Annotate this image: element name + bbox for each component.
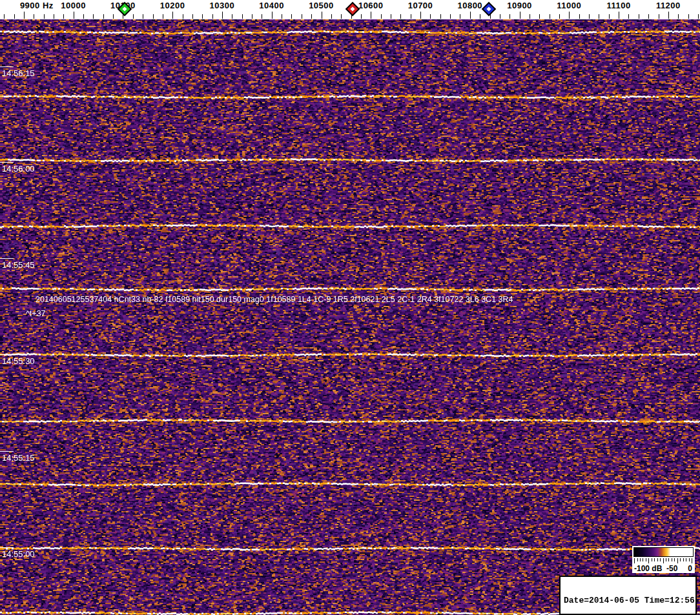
freq-minor-tick: [133, 14, 134, 19]
freq-minor-tick: [311, 14, 312, 19]
freq-minor-tick: [242, 14, 243, 19]
freq-major-tick: [272, 12, 273, 19]
time-label: 14:55:00: [2, 549, 35, 559]
freq-minor-tick: [639, 14, 639, 19]
time-tick: [0, 547, 14, 548]
colorbar-tick: [646, 558, 646, 561]
detection-marker-text: ^t+37: [26, 309, 46, 318]
freq-axis-label: 10000: [61, 1, 86, 10]
freq-minor-tick: [579, 14, 580, 19]
colorbar-min-label: -100 dB: [634, 564, 662, 573]
freq-minor-tick: [143, 14, 143, 19]
spectrogram-app: 9900 Hz100001010010200103001040010500106…: [0, 0, 700, 615]
freq-minor-tick: [381, 14, 382, 19]
freq-major-tick: [371, 12, 371, 19]
colorbar-tick: [637, 558, 638, 561]
freq-major-tick: [520, 12, 520, 19]
freq-minor-tick: [400, 14, 401, 19]
colorbar-tick: [643, 558, 643, 561]
freq-minor-tick: [411, 14, 411, 19]
freq-axis-label: 11200: [656, 1, 681, 10]
freq-minor-tick: [589, 14, 590, 19]
freq-major-tick: [172, 12, 173, 19]
freq-minor-tick: [34, 14, 34, 19]
freq-axis-label: 10200: [160, 1, 185, 10]
freq-minor-tick: [688, 14, 689, 19]
time-tick: [0, 354, 14, 355]
freq-minor-tick: [480, 14, 480, 19]
colorbar-gradient: [633, 547, 694, 557]
time-label: 14:56:00: [2, 164, 35, 174]
freq-minor-tick: [331, 14, 332, 19]
freq-minor-tick: [93, 14, 94, 19]
freq-minor-tick: [44, 14, 45, 19]
green-marker-diamond-icon[interactable]: [117, 1, 132, 17]
freq-minor-tick: [183, 14, 183, 19]
freq-major-tick: [668, 12, 669, 19]
freq-axis-label: 10300: [210, 1, 235, 10]
colorbar-tick: [674, 558, 675, 561]
detection-annotation: 20140605125537404 hCnt33 nb-82 f10589 hi…: [36, 295, 513, 304]
time-tick: [0, 258, 14, 259]
colorbar-tick: [668, 558, 669, 561]
freq-axis-label: 11100: [606, 1, 630, 10]
red-marker-diamond-icon[interactable]: [345, 1, 360, 17]
time-tick: [0, 162, 14, 163]
freq-minor-tick: [430, 14, 431, 19]
blue-marker-diamond-icon[interactable]: [481, 1, 497, 17]
freq-minor-tick: [282, 14, 282, 19]
freq-major-tick: [24, 12, 25, 19]
freq-minor-tick: [609, 14, 610, 19]
colorbar-tick: [660, 558, 661, 561]
freq-minor-tick: [550, 14, 550, 19]
freq-minor-tick: [113, 14, 114, 19]
colorbar-tick: [683, 558, 684, 561]
freq-minor-tick: [500, 14, 500, 19]
freq-minor-tick: [599, 14, 599, 19]
colorbar-mid-label: -50: [666, 564, 677, 573]
freq-minor-tick: [153, 14, 154, 19]
frequency-axis: 9900 Hz100001010010200103001040010500106…: [0, 0, 700, 19]
spectrogram-canvas: [0, 19, 700, 615]
colorbar-tick: [666, 558, 666, 561]
freq-minor-tick: [440, 14, 441, 19]
freq-minor-tick: [83, 14, 84, 19]
colorbar-tick: [652, 558, 652, 561]
freq-minor-tick: [103, 14, 104, 19]
freq-axis-label: 11000: [557, 1, 581, 10]
time-label: 14:56:15: [2, 68, 35, 78]
time-label: 14:55:30: [2, 356, 35, 366]
freq-minor-tick: [212, 14, 213, 19]
freq-minor-tick: [192, 14, 193, 19]
colorbar-tick: [634, 558, 635, 563]
colorbar-legend: -100 dB -50 0: [632, 546, 695, 573]
freq-minor-tick: [341, 14, 342, 19]
colorbar-tick: [686, 558, 686, 561]
info-date-time: Date=2014-06-05 Time=12:56 UTC: [564, 596, 695, 605]
colorbar-tick: [689, 558, 690, 561]
freq-major-tick: [74, 12, 74, 19]
freq-minor-tick: [63, 14, 64, 19]
freq-minor-tick: [302, 14, 302, 19]
colorbar-tick: [654, 558, 655, 561]
freq-minor-tick: [659, 14, 659, 19]
freq-minor-tick: [54, 14, 54, 19]
freq-minor-tick: [460, 14, 460, 19]
freq-axis-label: 10500: [309, 1, 334, 10]
colorbar-max-label: 0: [688, 564, 692, 573]
freq-major-tick: [420, 12, 421, 19]
colorbar-tick: [680, 558, 681, 561]
freq-minor-tick: [559, 14, 560, 19]
freq-minor-tick: [510, 14, 510, 19]
freq-major-tick: [222, 12, 223, 19]
freq-minor-tick: [232, 14, 232, 19]
freq-minor-tick: [539, 14, 540, 19]
freq-minor-tick: [391, 14, 391, 19]
freq-minor-tick: [648, 14, 649, 19]
colorbar-tick: [663, 558, 664, 563]
colorbar-tick: [640, 558, 641, 561]
colorbar-tick: [692, 558, 692, 563]
freq-major-tick: [619, 12, 619, 19]
freq-minor-tick: [450, 14, 451, 19]
freq-minor-tick: [202, 14, 203, 19]
